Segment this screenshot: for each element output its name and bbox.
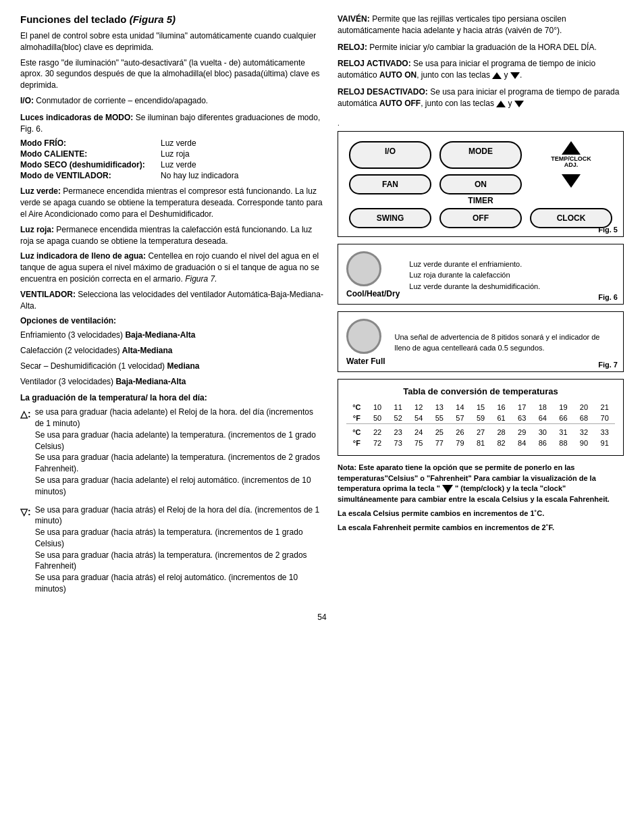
mode-row-3: Modo SECO (deshumidificador): Luz verde — [20, 160, 324, 170]
r3c1: 22 — [367, 424, 388, 438]
cool-heat-dry-indicator — [346, 251, 381, 286]
ventilador-para: VENTILADOR: Selecciona las velocidades d… — [20, 289, 324, 312]
r4c5: 79 — [450, 438, 471, 448]
r3c9: 30 — [533, 424, 554, 438]
luz-roja-text: Permanece encendida mientras la calefacc… — [20, 225, 312, 246]
r3c3: 24 — [408, 424, 429, 438]
r4c9: 86 — [533, 438, 554, 448]
luz-verde-label: Luz verde: — [20, 186, 61, 196]
tri-down-container — [530, 174, 612, 194]
temp-table: °C 10 11 12 13 14 15 16 17 18 19 20 21 — [346, 402, 615, 448]
r2c2: 52 — [387, 413, 408, 424]
io-button[interactable]: I/O — [349, 141, 431, 170]
reloj-text: Permite iniciar y/o cambiar la graduació… — [369, 43, 596, 52]
fig6-line3: Luz verde durante la deshumidificación. — [409, 281, 615, 292]
r3c6: 27 — [471, 424, 491, 438]
mode-row-1: Modo FRÍO: Luz verde — [20, 138, 324, 148]
fig7-label: Fig. 7 — [598, 361, 618, 369]
r4c8: 84 — [512, 438, 533, 448]
opcion-3: Secar – Deshumidificación (1 velocidad) … — [20, 361, 324, 372]
temp-clock-label: TEMP/CLOCKADJ. — [551, 156, 591, 170]
bottom-note-p2: La escala Celsius permite cambios en inc… — [338, 509, 624, 519]
fan-button[interactable]: FAN — [349, 174, 431, 194]
water-full-label: Water Full — [346, 357, 385, 366]
r1c12: 21 — [594, 402, 615, 413]
up-triangle-block: △: se usa para graduar (hacia adelante) … — [20, 407, 324, 497]
r3c10: 31 — [553, 424, 574, 438]
r1c1: 10 — [367, 402, 388, 413]
r4c6: 81 — [471, 438, 491, 448]
r4c1: 72 — [367, 438, 388, 448]
on-container: ON — [439, 174, 522, 194]
vaiven-para: VAIVÉN: Permite que las rejillas vertica… — [338, 14, 624, 36]
opcion-4: Ventilador (3 velocidades) Baja-Mediana-… — [20, 376, 324, 388]
r2c12: 70 — [594, 413, 615, 424]
intro1: El panel de control sobre esta unidad "i… — [20, 30, 324, 53]
button-grid: I/O MODE TEMP/CLOCKADJ. FAN ON — [349, 141, 612, 195]
bottom-note-p1: Nota: Este aparato tiene la opción que s… — [338, 463, 624, 504]
triangle-up-button[interactable] — [562, 141, 581, 155]
opcion-2: Calefacción (2 velocidades) Alta-Mediana — [20, 345, 324, 357]
intro2: Este rasgo "de iluminación" "auto-desact… — [20, 57, 324, 91]
temp-table-title: Tabla de conversión de temperaturas — [346, 386, 615, 396]
mode-table: Modo FRÍO: Luz verde Modo CALIENTE: Luz … — [20, 138, 324, 180]
fig6-line2: Luz roja durante la calefacción — [409, 269, 615, 281]
fig6-line1: Luz verde durante el enfriamiento. — [409, 259, 615, 270]
tri-up-container: TEMP/CLOCKADJ. — [530, 141, 612, 170]
r2c8: 63 — [512, 413, 533, 424]
table-row-3: °C 22 23 24 25 26 27 28 29 30 31 32 33 — [346, 424, 615, 438]
r4c7: 82 — [491, 438, 512, 448]
r2c5: 57 — [450, 413, 471, 424]
r3c4: 25 — [429, 424, 450, 438]
row3-label: °C — [346, 424, 367, 438]
reloj-desact-label: RELOJ DESACTIVADO: — [338, 87, 428, 97]
r1c4: 13 — [429, 402, 450, 413]
row4-label: °F — [346, 438, 367, 448]
r1c10: 19 — [553, 402, 574, 413]
mode-caliente-value: Luz roja — [161, 149, 190, 159]
r4c4: 77 — [429, 438, 450, 448]
r3c2: 23 — [387, 424, 408, 438]
table-row-1: °C 10 11 12 13 14 15 16 17 18 19 20 21 — [346, 402, 615, 413]
down-tri-inline — [442, 485, 453, 493]
r2c1: 50 — [367, 413, 388, 424]
row2-label: °F — [346, 413, 367, 424]
temp-table-section: Tabla de conversión de temperaturas °C 1… — [338, 379, 624, 456]
up-triangle-text: se usa para graduar (hacia adelante) el … — [35, 407, 324, 497]
figure-7-box: Water Full Una señal de advertencia de 8… — [338, 311, 624, 372]
triangle-down-button[interactable] — [562, 174, 581, 188]
swing-button[interactable]: SWING — [349, 208, 431, 228]
mode-row-2: Modo CALIENTE: Luz roja — [20, 149, 324, 159]
r4c2: 73 — [387, 438, 408, 448]
r2c11: 68 — [574, 413, 595, 424]
button-grid-row3: SWING OFF CLOCK — [349, 208, 612, 228]
luz-agua-para: Luz indicadora de lleno de agua: Centell… — [20, 251, 324, 284]
mode-caliente-label: Modo CALIENTE: — [20, 149, 155, 159]
r1c6: 15 — [471, 402, 491, 413]
bottom-note-p3: La escala Fahrenheit permite cambios en … — [338, 523, 624, 533]
down-triangle-symbol: ▽: — [20, 506, 31, 517]
reloj-act-label: RELOJ ACTIVADO: — [338, 59, 411, 68]
mode-header: Luces indicadoras de MODO: Se iluminan b… — [20, 112, 324, 135]
opcion-1: Enfriamiento (3 velocidades) Baja-Median… — [20, 330, 324, 341]
fig7-text: Una señal de advertencia de 8 pitidos so… — [395, 332, 615, 354]
io-text: Conmutador de corriente – encendido/apag… — [36, 96, 208, 105]
left-column: Funciones del teclado (Figura 5) El pane… — [20, 14, 324, 602]
ventilador-label: VENTILADOR: — [20, 290, 76, 299]
r3c11: 32 — [574, 424, 595, 438]
on-button[interactable]: ON — [439, 174, 522, 194]
page-number: 54 — [20, 613, 624, 622]
r4c12: 91 — [594, 438, 615, 448]
right-column: VAIVÉN: Permite que las rejillas vertica… — [338, 14, 624, 602]
reloj-desact-para: RELOJ DESACTIVADO: Se usa para iniciar e… — [338, 86, 624, 109]
luz-roja-label: Luz roja: — [20, 225, 54, 234]
luz-verde-para: Luz verde: Permanece encendida mientras … — [20, 186, 324, 219]
r4c3: 75 — [408, 438, 429, 448]
r2c7: 61 — [491, 413, 512, 424]
mode-button[interactable]: MODE — [439, 141, 522, 170]
r2c6: 59 — [471, 413, 491, 424]
off-button[interactable]: OFF — [439, 208, 522, 228]
mode-vent-label: Modo de VENTILADOR: — [20, 171, 155, 180]
mode-row-4: Modo de VENTILADOR: No hay luz indicador… — [20, 171, 324, 180]
fig6-label: Fig. 6 — [598, 293, 618, 301]
